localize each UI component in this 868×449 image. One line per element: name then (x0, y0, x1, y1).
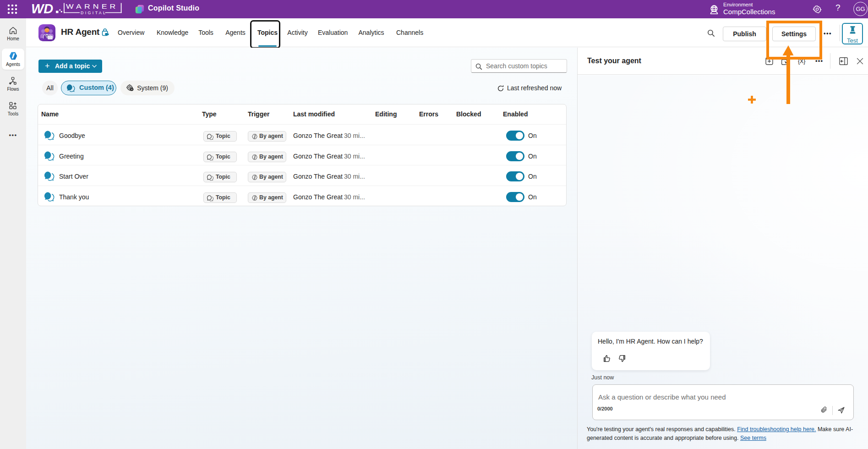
svg-text:WARNER: WARNER (66, 3, 118, 10)
svg-text:DIGITAL: DIGITAL (81, 11, 107, 15)
svg-text:WD: WD (31, 1, 53, 16)
